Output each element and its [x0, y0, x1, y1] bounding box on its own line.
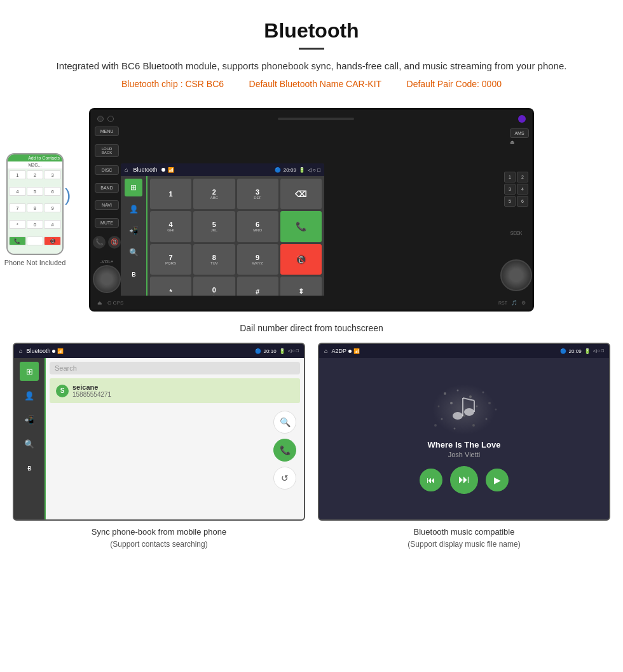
- key-9[interactable]: 9: [44, 203, 61, 212]
- caption-main: Dail number direct from touchscreen: [0, 323, 623, 333]
- contact-info: seicane 15885554271: [72, 383, 294, 398]
- key-call[interactable]: 📞: [9, 237, 26, 245]
- car-unit-wrapper: MENU LOUDBACK DISC BAND NAVI MUTE 📞 📵 -V…: [89, 108, 534, 312]
- dial-8[interactable]: 8TUV: [193, 244, 235, 275]
- key-6[interactable]: 6: [44, 187, 61, 196]
- key-0[interactable]: 0: [27, 220, 44, 229]
- svg-point-26: [464, 408, 474, 416]
- contacts-app-name: Bluetooth: [26, 348, 50, 354]
- dial-call[interactable]: 📞: [280, 211, 322, 242]
- next-btn[interactable]: ▶: [486, 469, 509, 491]
- nav-grid[interactable]: ⊞: [125, 179, 142, 196]
- btn-r2[interactable]: 2: [517, 172, 528, 182]
- music-time: 20:09: [569, 348, 582, 354]
- btn-r5[interactable]: 5: [504, 196, 516, 207]
- sc-nav-person[interactable]: 👤: [20, 386, 39, 405]
- btn-ams[interactable]: AMS: [510, 128, 529, 138]
- svg-point-20: [434, 424, 437, 427]
- dial-5[interactable]: 5JKL: [193, 211, 235, 242]
- contacts-main: Search S seicane 15885554271 🔍 📞 ↺: [46, 358, 304, 519]
- dial-7[interactable]: 7PQRS: [150, 244, 191, 275]
- contacts-dot: [52, 350, 55, 353]
- svg-point-12: [438, 405, 440, 407]
- phone-keypad: 1 2 3 4 5 6 7 8 9 * 0 # 📞 📵: [8, 169, 62, 254]
- call-contact-btn[interactable]: 📞: [273, 439, 296, 462]
- car-bottom-bar: ⏏ G GPS RST 🎵 ⚙: [91, 296, 532, 310]
- contact-name: seicane: [72, 383, 294, 391]
- search-contact-btn[interactable]: 🔍: [273, 411, 296, 434]
- contact-number: 15885554271: [72, 391, 294, 398]
- dial-2[interactable]: 2ABC: [193, 179, 235, 209]
- bt-code-spec: Default Pair Code: 0000: [407, 79, 502, 89]
- contacts-screenshot: ⌂ Bluetooth 📶 🔵 20:10 🔋 ◁ ○ □ ⊞ 👤 📲 🔍: [13, 343, 305, 521]
- contacts-time: 20:10: [264, 348, 277, 354]
- dial-backspace[interactable]: ⌫: [280, 179, 322, 209]
- sc-nav-callog[interactable]: 📲: [20, 410, 39, 429]
- btn-menu[interactable]: MENU: [95, 127, 119, 136]
- dial-3[interactable]: 3DEF: [237, 179, 278, 209]
- nav-bt[interactable]: Ƀ: [125, 265, 142, 283]
- contact-letter: S: [56, 385, 69, 397]
- key-5[interactable]: 5: [27, 187, 44, 196]
- dial-end[interactable]: 📵: [280, 244, 322, 275]
- dial-6[interactable]: 6MNO: [237, 211, 278, 242]
- phone-screen-header: Add to Contacts: [8, 154, 62, 161]
- btn-r4[interactable]: 4: [517, 184, 528, 195]
- refresh-contact-btn[interactable]: ↺: [273, 467, 296, 490]
- search-bar[interactable]: Search: [50, 362, 300, 374]
- svg-line-25: [463, 398, 474, 401]
- contact-actions: 🔍 📞 ↺: [50, 411, 300, 490]
- btn-r6[interactable]: 6: [517, 196, 528, 207]
- key-end[interactable]: 📵: [44, 237, 61, 245]
- music-bt-icon: 🔵: [560, 348, 566, 354]
- contacts-caption-main: Sync phone-book from mobile phone: [92, 526, 226, 538]
- car-right-buttons: AMS ⏏ 1 2 3 4 5 6 SEEK: [500, 110, 532, 310]
- contacts-screenshot-block: ⌂ Bluetooth 📶 🔵 20:10 🔋 ◁ ○ □ ⊞ 👤 📲 🔍: [13, 343, 305, 550]
- contacts-sc-body: ⊞ 👤 📲 🔍 Ƀ Search S seicane 15885554271: [14, 358, 304, 519]
- nav-contacts[interactable]: 👤: [125, 200, 142, 218]
- bottom-screenshots: ⌂ Bluetooth 📶 🔵 20:10 🔋 ◁ ○ □ ⊞ 👤 📲 🔍: [0, 343, 623, 550]
- call-btn[interactable]: 📞: [93, 236, 106, 249]
- eject-icon[interactable]: ⏏: [510, 139, 515, 145]
- vol-knob[interactable]: [93, 265, 121, 293]
- key-2[interactable]: 2: [27, 170, 44, 179]
- key-1[interactable]: 1: [9, 170, 26, 179]
- dial-1[interactable]: 1: [150, 179, 191, 209]
- bluetooth-specs: Bluetooth chip : CSR BC6 Default Bluetoo…: [51, 79, 572, 89]
- music-dot: [348, 350, 352, 353]
- btn-disc[interactable]: DISC: [95, 165, 119, 175]
- key-7[interactable]: 7: [9, 203, 26, 212]
- home-icon[interactable]: ⌂: [125, 167, 128, 173]
- nav-search[interactable]: 🔍: [125, 243, 142, 261]
- key-hash[interactable]: #: [44, 220, 61, 229]
- sc-nav-search[interactable]: 🔍: [20, 434, 39, 453]
- key-3[interactable]: 3: [44, 170, 61, 179]
- music-sb-right: 🔵 20:09 🔋 ◁ ○ □: [560, 348, 604, 354]
- seek-knob[interactable]: [500, 259, 532, 291]
- contacts-wifi: 📶: [57, 348, 64, 354]
- key-8[interactable]: 8: [27, 203, 44, 212]
- prev-btn[interactable]: ⏮: [420, 469, 442, 491]
- dialpad-grid: 1 2ABC 3DEF ⌫ 4GHI 5JKL 6MNO 📞 7PQRS 8TU…: [150, 179, 322, 307]
- btn-r3[interactable]: 3: [504, 184, 516, 195]
- sc-nav-bt[interactable]: Ƀ: [20, 458, 39, 477]
- svg-point-19: [495, 408, 497, 410]
- phone-screen: Add to Contacts M2G... 1 2 3 4 5 6 7 8 9…: [8, 154, 62, 254]
- btn-band[interactable]: BAND: [95, 183, 119, 193]
- nav-call-log[interactable]: 📲: [125, 222, 142, 240]
- btn-loud-back[interactable]: LOUDBACK: [95, 144, 119, 157]
- sidebar-nav: ⊞ 👤 📲 🔍 Ƀ: [121, 176, 147, 310]
- svg-point-16: [441, 418, 443, 420]
- music-screenshot-block: ⌂ A2DP 📶 🔵 20:09 🔋 ◁ ○ □: [318, 343, 610, 550]
- key-star[interactable]: *: [9, 220, 26, 229]
- key-4[interactable]: 4: [9, 187, 26, 196]
- btn-navi[interactable]: NAVI: [95, 200, 119, 210]
- end-call-btn[interactable]: 📵: [108, 236, 121, 249]
- dial-9[interactable]: 9WXYZ: [237, 244, 278, 275]
- dial-4[interactable]: 4GHI: [150, 211, 191, 242]
- btn-r1[interactable]: 1: [504, 172, 516, 182]
- btn-mute[interactable]: MUTE: [95, 218, 119, 228]
- music-caption-main: Bluetooth music compatible: [407, 526, 520, 538]
- sc-nav-grid[interactable]: ⊞: [20, 362, 39, 381]
- play-pause-btn[interactable]: ⏭: [450, 466, 478, 494]
